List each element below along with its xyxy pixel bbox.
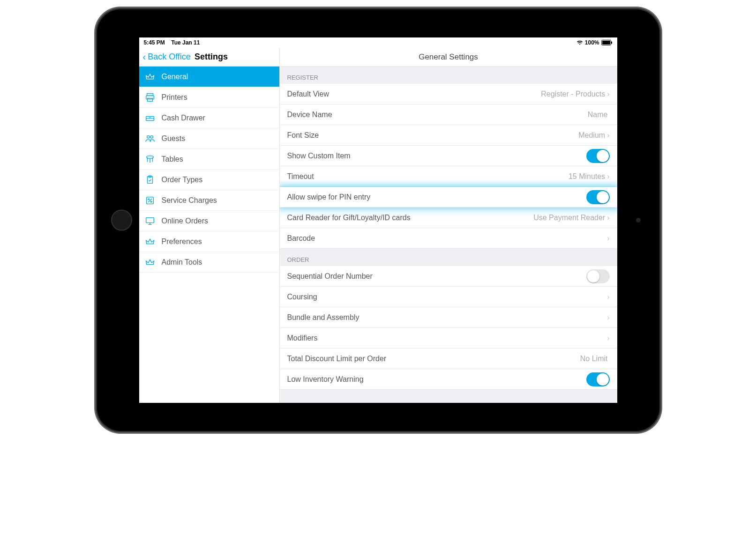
back-button[interactable]: Back Office [148, 52, 191, 62]
crown3-icon [145, 257, 155, 267]
screen: 5:45 PM Tue Jan 11 100% ‹ Back Office [139, 37, 617, 403]
home-button[interactable] [111, 210, 132, 231]
svg-point-14 [150, 201, 152, 202]
printer-icon [145, 92, 155, 103]
chevron-right-icon: › [607, 313, 609, 322]
sidebar-item-tables[interactable]: Tables [139, 149, 279, 170]
row-total-discount-limit-per-order: Total Discount Limit per OrderNo Limit [280, 349, 617, 369]
sidebar-item-admin-tools[interactable]: Admin Tools [139, 252, 279, 273]
section-header: ORDER [280, 249, 617, 266]
row-allow-swipe-for-pin-entry[interactable]: Allow swipe for PIN entry [280, 187, 617, 208]
percent-icon [145, 195, 155, 206]
row-show-custom-item[interactable]: Show Custom Item [280, 146, 617, 166]
monitor-icon [145, 216, 155, 226]
sidebar-header: ‹ Back Office Settings [139, 48, 279, 67]
sidebar-item-label: Guests [162, 134, 186, 143]
row-sequential-order-number[interactable]: Sequential Order Number [280, 266, 617, 287]
chevron-right-icon: › [607, 172, 609, 181]
svg-rect-1 [602, 41, 610, 45]
sidebar-item-general[interactable]: General [139, 67, 279, 87]
row-label: Font Size [287, 131, 579, 140]
wifi-icon [576, 40, 583, 45]
sidebar: ‹ Back Office Settings GeneralPrintersCa… [139, 48, 280, 403]
row-label: Coursing [287, 293, 606, 301]
row-label: Timeout [287, 172, 569, 181]
svg-rect-3 [147, 93, 153, 96]
battery-percent: 100% [585, 39, 599, 46]
sidebar-list: GeneralPrintersCash DrawerGuestsTablesOr… [139, 67, 279, 403]
row-modifiers[interactable]: Modifiers› [280, 328, 617, 349]
svg-rect-2 [611, 42, 612, 44]
status-left: 5:45 PM Tue Jan 11 [144, 39, 200, 46]
status-date: Tue Jan 11 [171, 39, 200, 46]
sidebar-item-cash-drawer[interactable]: Cash Drawer [139, 108, 279, 128]
row-label: Device Name [287, 111, 588, 119]
sidebar-item-printers[interactable]: Printers [139, 87, 279, 108]
front-camera [636, 218, 641, 223]
sidebar-item-order-types[interactable]: Order Types [139, 170, 279, 190]
crown-icon [145, 72, 155, 82]
row-value: 15 Minutes [569, 172, 605, 181]
row-value: Use Payment Reader [533, 214, 605, 222]
svg-rect-15 [146, 217, 154, 223]
row-low-inventory-warning[interactable]: Low Inventory Warning [280, 369, 617, 390]
main-panel: General Settings REGISTERDefault ViewReg… [280, 48, 617, 403]
chevron-right-icon: › [607, 90, 609, 98]
row-value: Name [588, 111, 608, 119]
section-header: REGISTER [280, 67, 617, 84]
row-label: Modifiers [287, 334, 606, 342]
row-label: Allow swipe for PIN entry [287, 193, 586, 201]
row-label: Sequential Order Number [287, 272, 586, 281]
row-label: Bundle and Assembly [287, 313, 606, 322]
row-label: Low Inventory Warning [287, 375, 586, 384]
status-right: 100% [576, 39, 613, 46]
toggle-switch[interactable] [586, 269, 610, 283]
tablet-frame: 5:45 PM Tue Jan 11 100% ‹ Back Office [97, 9, 659, 431]
chevron-right-icon: › [607, 234, 609, 243]
row-label: Default View [287, 90, 541, 98]
sidebar-item-label: Preferences [162, 237, 202, 246]
row-device-name: Device NameName [280, 104, 617, 125]
row-label: Show Custom Item [287, 152, 586, 160]
sidebar-item-preferences[interactable]: Preferences [139, 231, 279, 252]
svg-rect-5 [147, 98, 152, 101]
row-label: Barcode [287, 234, 606, 243]
sidebar-item-label: General [162, 73, 188, 81]
sidebar-item-service-charges[interactable]: Service Charges [139, 190, 279, 211]
row-card-reader-for-gift-loyalty-id-cards[interactable]: Card Reader for Gift/Loyalty/ID cardsUse… [280, 208, 617, 228]
sidebar-item-label: Cash Drawer [162, 114, 205, 122]
row-value: No Limit [580, 355, 608, 363]
chevron-right-icon: › [607, 131, 609, 140]
row-barcode[interactable]: Barcode› [280, 228, 617, 249]
sidebar-item-label: Online Orders [162, 217, 209, 225]
sidebar-item-label: Service Charges [162, 196, 217, 205]
sidebar-item-online-orders[interactable]: Online Orders [139, 211, 279, 231]
row-value: Register - Products [541, 90, 605, 98]
row-label: Card Reader for Gift/Loyalty/ID cards [287, 214, 534, 222]
row-default-view[interactable]: Default ViewRegister - Products› [280, 84, 617, 104]
toggle-switch[interactable] [586, 190, 610, 204]
row-label: Total Discount Limit per Order [287, 355, 580, 363]
drawer-icon [145, 113, 155, 123]
row-timeout[interactable]: Timeout15 Minutes› [280, 166, 617, 187]
toggle-switch[interactable] [586, 372, 610, 386]
sidebar-item-label: Admin Tools [162, 258, 202, 267]
main-scroll[interactable]: REGISTERDefault ViewRegister - Products›… [280, 67, 617, 403]
row-coursing[interactable]: Coursing› [280, 287, 617, 307]
back-chevron-icon[interactable]: ‹ [143, 52, 146, 62]
row-bundle-and-assembly[interactable]: Bundle and Assembly› [280, 307, 617, 328]
main-title: General Settings [280, 48, 617, 67]
row-font-size[interactable]: Font SizeMedium› [280, 125, 617, 146]
battery-icon [601, 40, 613, 45]
chevron-right-icon: › [607, 214, 609, 222]
app-body: ‹ Back Office Settings GeneralPrintersCa… [139, 48, 617, 403]
sidebar-item-guests[interactable]: Guests [139, 128, 279, 149]
page-title: Settings [195, 52, 228, 62]
toggle-switch[interactable] [586, 149, 610, 163]
chevron-right-icon: › [607, 293, 609, 301]
clipboard-icon [145, 175, 155, 185]
sidebar-item-label: Tables [162, 155, 183, 163]
chevron-right-icon: › [607, 334, 609, 342]
sidebar-item-label: Order Types [162, 176, 203, 184]
table-icon [145, 154, 155, 164]
